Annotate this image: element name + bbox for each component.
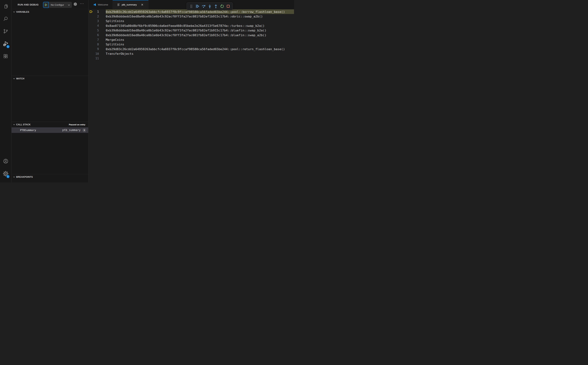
line-text: 0x8ae871505a80d8bf6bf9c05906cda6edfeea46… — [106, 23, 294, 28]
activity-item-account[interactable] — [0, 155, 11, 168]
chevron-down-icon — [68, 4, 70, 6]
breakpoint-gutter[interactable] — [89, 37, 93, 42]
line-text: 0xb39d6dddedd16ed8a40ce0b1e6b43c92acf0ff… — [106, 28, 294, 33]
code-line[interactable]: 6 0xb39d6dddedd16ed8a40ce0b1e6b43c92acf0… — [89, 33, 294, 37]
more-actions-icon[interactable]: ··· — [80, 1, 84, 6]
breakpoints-section: BREAKPOINTS — [12, 174, 88, 182]
view-title: RUN AND DEBUG — [18, 3, 39, 6]
tab-welcome[interactable]: Welcome — [89, 0, 113, 9]
tab-label: Welcome — [98, 3, 108, 6]
call-stack-section-header[interactable]: CALL STACK Paused on entry — [12, 122, 88, 127]
line-text: TransferObjects — [106, 51, 294, 56]
frame-name: PTBSummary — [20, 129, 36, 132]
activity-bar: 1 — [0, 0, 11, 182]
breakpoint-gutter[interactable] — [89, 23, 93, 28]
line-number: 1 — [93, 10, 99, 14]
breakpoints-section-header[interactable]: BREAKPOINTS — [12, 174, 88, 180]
line-number: 8 — [93, 43, 99, 46]
breakpoint-gutter[interactable] — [89, 9, 93, 14]
line-number: 9 — [93, 47, 99, 51]
play-icon — [44, 3, 47, 7]
restart-button[interactable] — [220, 4, 225, 9]
activity-item-explorer[interactable] — [0, 0, 11, 13]
line-number: 11 — [93, 56, 99, 60]
line-number: 7 — [93, 38, 99, 42]
activity-bar-bottom: 1 — [0, 155, 11, 182]
current-line-indicator-icon — [90, 10, 93, 13]
code-area: 1 0xb29d83c26cdd2a64959263abbcfc4a6937f0… — [89, 9, 294, 182]
call-stack-section-label: CALL STACK — [16, 123, 31, 126]
activity-item-source-control[interactable] — [0, 25, 11, 37]
stop-button[interactable] — [226, 4, 231, 9]
activity-item-run-and-debug[interactable]: 1 — [0, 37, 11, 50]
breakpoint-gutter[interactable] — [89, 19, 93, 23]
breakpoint-gutter[interactable] — [89, 33, 93, 37]
close-icon[interactable] — [141, 3, 144, 6]
chevron-down-icon — [13, 11, 15, 13]
start-debugging-button[interactable] — [43, 2, 49, 8]
code-line[interactable]: 10 TransferObjects — [89, 51, 294, 56]
watch-section-header[interactable]: WATCH — [12, 76, 88, 81]
breakpoint-gutter[interactable] — [89, 28, 93, 33]
chevron-down-icon — [13, 176, 15, 178]
step-out-button[interactable] — [213, 4, 218, 9]
search-icon — [3, 16, 8, 21]
breakpoint-gutter[interactable] — [89, 42, 93, 47]
line-text: SplitCoins — [106, 19, 294, 23]
call-stack-status: Paused on entry — [69, 124, 88, 126]
breakpoint-gutter[interactable] — [89, 56, 93, 61]
breakpoint-gutter[interactable] — [89, 51, 93, 56]
breakpoint-gutter[interactable] — [89, 47, 93, 51]
debug-toolbar — [187, 2, 233, 10]
variables-section: VARIABLES — [12, 9, 88, 76]
toolbar-drag-handle[interactable] — [189, 4, 194, 9]
vscode-logo-icon — [93, 3, 96, 6]
variables-section-header[interactable]: VARIABLES — [12, 9, 88, 15]
extensions-icon — [3, 54, 8, 59]
tab-label: ptb_summary — [122, 3, 137, 6]
debug-settings-gear-button[interactable] — [74, 2, 77, 6]
watch-section: WATCH — [12, 76, 88, 122]
tab-ptb-summary[interactable]: ptb_summary — [113, 0, 149, 9]
debug-configuration-dropdown[interactable]: No Configur — [49, 2, 72, 8]
code-line[interactable]: 9 0xb29d83c26cdd2a64959263abbcfc4a6937f0… — [89, 47, 294, 51]
list-icon — [117, 3, 120, 6]
sidebar-header: RUN AND DEBUG No Configur — [12, 0, 88, 9]
source-control-icon — [3, 29, 8, 34]
step-over-button[interactable] — [201, 4, 206, 9]
code-line[interactable]: 5 0xb39d6dddedd16ed8a40ce0b1e6b43c92acf0… — [89, 28, 294, 33]
variables-section-label: VARIABLES — [16, 11, 29, 13]
code-line[interactable]: 3 SplitCoins — [89, 19, 294, 23]
code-line[interactable]: 8 SplitCoins — [89, 42, 294, 47]
account-icon — [3, 158, 8, 164]
chevron-down-icon — [13, 78, 15, 80]
line-text — [106, 56, 294, 61]
step-into-button[interactable] — [207, 4, 212, 9]
continue-button[interactable] — [195, 4, 200, 9]
line-number: 6 — [93, 33, 99, 37]
line-text: 0xb29d83c26cdd2a64959263abbcfc4a6937f0c9… — [106, 47, 294, 51]
editor-area: Welcome ptb_summary — [89, 0, 294, 182]
code-line[interactable]: 7 MergeCoins — [89, 37, 294, 42]
breakpoint-gutter[interactable] — [89, 14, 93, 19]
line-number: 4 — [93, 24, 99, 27]
files-icon — [3, 4, 8, 9]
line-number: 3 — [93, 19, 99, 23]
line-number: 10 — [93, 52, 99, 56]
call-stack-frame-row[interactable]: PTBSummary ptb_summary 1 — [12, 127, 88, 133]
line-text: 0xb39d6dddedd16ed8a40ce0b1e6b43c92acf0ff… — [106, 33, 294, 37]
frame-count-badge: 1 — [82, 128, 86, 132]
activity-item-settings[interactable]: 1 — [0, 168, 11, 180]
watch-section-label: WATCH — [16, 77, 24, 80]
debug-count-badge: 1 — [7, 45, 10, 48]
code-line[interactable]: 2 0xb39d6dddedd16ed8a40ce0b1e6b43c92acf0… — [89, 14, 294, 19]
chevron-down-icon — [13, 124, 15, 126]
code-line[interactable]: 11 — [89, 56, 294, 61]
code-line[interactable]: 4 0x8ae871505a80d8bf6bf9c05906cda6edfeea… — [89, 23, 294, 28]
call-stack-section: CALL STACK Paused on entry PTBSummary pt… — [12, 122, 88, 174]
activity-item-search[interactable] — [0, 13, 11, 25]
line-text: 0xb39d6dddedd16ed8a40ce0b1e6b43c92acf0ff… — [106, 14, 294, 19]
breakpoints-section-label: BREAKPOINTS — [16, 176, 33, 178]
line-text: MergeCoins — [106, 37, 294, 42]
activity-item-extensions[interactable] — [0, 50, 11, 63]
